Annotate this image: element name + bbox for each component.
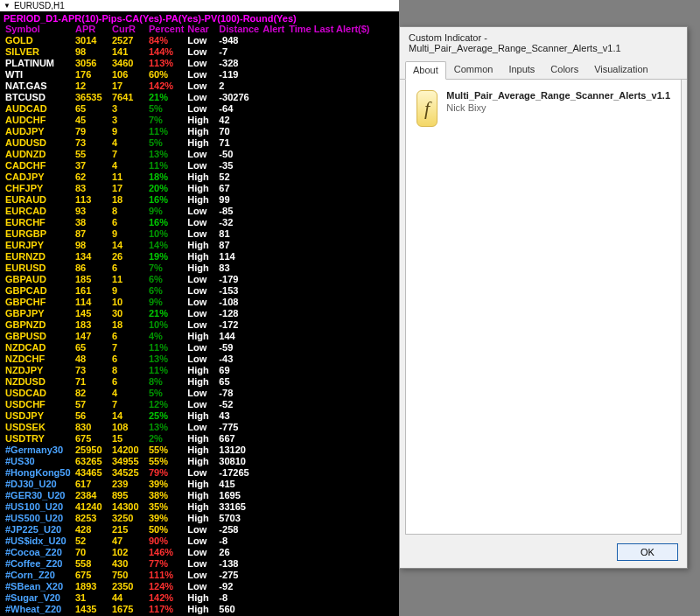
- cell-time: [287, 444, 371, 456]
- cell-percent: 8%: [147, 376, 186, 388]
- tab-about[interactable]: About: [405, 61, 446, 80]
- cell-percent: 6%: [147, 274, 186, 285]
- cell-distance: -92: [217, 581, 261, 592]
- table-row: EURAUD1131816%High99: [4, 194, 372, 206]
- cell-alert: [261, 433, 287, 444]
- cell-percent: 146%: [147, 547, 186, 558]
- cell-percent: 2%: [147, 433, 186, 444]
- cell-apr: 134: [74, 251, 110, 262]
- cell-percent: 13%: [147, 354, 186, 365]
- cell-near: Low: [186, 92, 217, 103]
- cell-near: Low: [186, 285, 217, 297]
- tab-common[interactable]: Common: [446, 60, 501, 79]
- cell-percent: 20%: [147, 183, 186, 194]
- cell-distance: 26: [217, 547, 261, 558]
- tab-inputs[interactable]: Inputs: [500, 60, 542, 79]
- cell-percent: 18%: [147, 172, 186, 183]
- cell-percent: 60%: [147, 69, 186, 80]
- cell-distance: -85: [217, 206, 261, 217]
- cell-symbol: #US100_U20: [4, 501, 74, 513]
- cell-percent: 16%: [147, 217, 186, 228]
- cell-time: [287, 240, 371, 251]
- cell-distance: 67: [217, 183, 261, 194]
- cell-time: [287, 490, 371, 501]
- cell-symbol: WTI: [4, 69, 74, 80]
- cell-curr: 7: [110, 399, 147, 410]
- cell-curr: 9: [110, 285, 147, 297]
- cell-near: Low: [186, 422, 217, 433]
- cell-curr: 108: [110, 422, 147, 433]
- table-row: EURCHF38616%Low-32: [4, 217, 372, 228]
- cell-percent: 124%: [147, 581, 186, 592]
- tab-colors[interactable]: Colors: [542, 60, 586, 79]
- table-row: NAT.GAS1217142%Low2: [4, 80, 372, 92]
- cell-symbol: AUDNZD: [4, 149, 74, 160]
- cell-near: Low: [186, 46, 217, 58]
- cell-near: High: [186, 126, 217, 137]
- indicator-properties-dialog[interactable]: Custom Indicator - Multi_Pair_Average_Ra…: [399, 26, 688, 569]
- cell-percent: 21%: [147, 92, 186, 103]
- table-row: NZDJPY73811%High69: [4, 365, 372, 376]
- cell-time: [287, 46, 371, 58]
- cell-curr: 2527: [110, 35, 147, 46]
- cell-symbol: AUDJPY: [4, 126, 74, 137]
- cell-apr: 558: [74, 558, 110, 570]
- chart-symbol-title: EURUSD,H1: [14, 1, 65, 10]
- cell-time: [287, 433, 371, 444]
- table-row: CADCHF37411%Low-35: [4, 160, 372, 172]
- cell-distance: -64: [217, 103, 261, 115]
- cell-distance: -17265: [217, 467, 261, 479]
- cell-apr: 1435: [74, 604, 110, 615]
- cell-percent: 11%: [147, 160, 186, 172]
- table-row: EURNZD1342619%High114: [4, 251, 372, 262]
- cell-time: [287, 524, 371, 536]
- table-row: #Sugar_V203144142%High-8: [4, 592, 372, 604]
- cell-percent: 10%: [147, 319, 186, 331]
- cell-alert: [261, 513, 287, 524]
- cell-distance: 5703: [217, 513, 261, 524]
- cell-symbol: #Wheat_Z20: [4, 604, 74, 615]
- dialog-title: Custom Indicator - Multi_Pair_Average_Ra…: [400, 27, 687, 60]
- cell-alert: [261, 206, 287, 217]
- cell-apr: 147: [74, 331, 110, 342]
- cell-time: [287, 399, 371, 410]
- table-row: AUDUSD7345%High71: [4, 137, 372, 149]
- cell-apr: 2384: [74, 490, 110, 501]
- cell-symbol: USDCAD: [4, 388, 74, 399]
- cell-symbol: #Corn_Z20: [4, 570, 74, 581]
- tab-visualization[interactable]: Visualization: [586, 60, 656, 79]
- cell-curr: 3: [110, 103, 147, 115]
- cell-alert: [261, 217, 287, 228]
- cell-near: Low: [186, 206, 217, 217]
- cell-time: [287, 513, 371, 524]
- cell-alert: [261, 354, 287, 365]
- cell-apr: 70: [74, 547, 110, 558]
- cell-near: High: [186, 513, 217, 524]
- cell-symbol: GBPCAD: [4, 285, 74, 297]
- cell-alert: [261, 490, 287, 501]
- cell-symbol: CADJPY: [4, 172, 74, 183]
- cell-apr: 1893: [74, 581, 110, 592]
- scanner-table: Symbol APR CurR Percent Near Distance Al…: [4, 24, 372, 616]
- cell-percent: 55%: [147, 456, 186, 467]
- cell-apr: 55: [74, 149, 110, 160]
- table-row: USDSEK83010813%Low-775: [4, 422, 372, 433]
- cell-percent: 77%: [147, 558, 186, 570]
- cell-apr: 675: [74, 570, 110, 581]
- cell-near: Low: [186, 388, 217, 399]
- cell-percent: 5%: [147, 137, 186, 149]
- cell-percent: 142%: [147, 80, 186, 92]
- col-time: Time Last Alert($): [287, 24, 371, 35]
- cell-time: [287, 388, 371, 399]
- ok-button[interactable]: OK: [617, 543, 678, 561]
- cell-near: High: [186, 137, 217, 149]
- cell-curr: 430: [110, 558, 147, 570]
- cell-time: [287, 126, 371, 137]
- cell-curr: 17: [110, 183, 147, 194]
- table-row: #Wheat_Z2014351675117%High560: [4, 604, 372, 615]
- cell-curr: 47: [110, 536, 147, 547]
- cell-symbol: GOLD: [4, 35, 74, 46]
- table-row: USDJPY561425%High43: [4, 410, 372, 422]
- cell-percent: 10%: [147, 228, 186, 240]
- cell-symbol: EURGBP: [4, 228, 74, 240]
